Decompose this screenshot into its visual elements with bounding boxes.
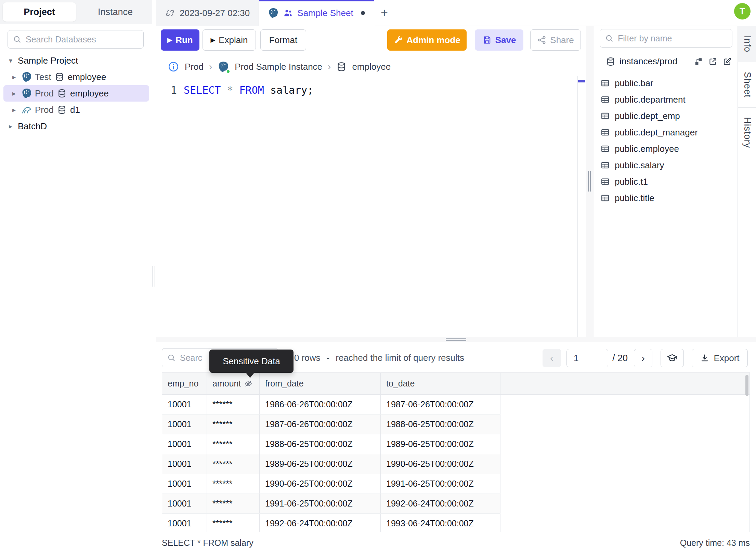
- cell-from-date[interactable]: 1986-06-26T00:00:00Z: [260, 395, 381, 414]
- cell-amount-masked[interactable]: ******: [207, 434, 260, 454]
- schema-table-item[interactable]: public.bar: [594, 75, 738, 91]
- request-data-button[interactable]: [661, 349, 684, 367]
- tree-item-sample-project[interactable]: ▾ Sample Project: [0, 52, 152, 69]
- new-sheet-button[interactable]: +: [374, 0, 395, 26]
- cell-amount-masked[interactable]: ******: [207, 395, 260, 414]
- cell-emp-no[interactable]: 10001: [162, 514, 207, 532]
- next-page-button[interactable]: ›: [634, 349, 652, 367]
- tab-info[interactable]: Info: [738, 26, 756, 62]
- table-row[interactable]: 10001 ****** 1988-06-25T00:00:00Z 1989-0…: [162, 434, 500, 454]
- table-icon: [600, 144, 610, 154]
- cell-from-date[interactable]: 1988-06-25T00:00:00Z: [260, 434, 381, 454]
- sidebar-splitter[interactable]: [152, 0, 156, 552]
- table-row[interactable]: 10001 ****** 1990-06-25T00:00:00Z 1991-0…: [162, 474, 500, 494]
- cell-to-date[interactable]: 1991-06-25T00:00:00Z: [381, 474, 500, 494]
- page-number-input[interactable]: 1: [566, 349, 608, 367]
- cell-to-date[interactable]: 1989-06-25T00:00:00Z: [381, 434, 500, 454]
- avatar[interactable]: T: [734, 3, 751, 19]
- caret-right-icon[interactable]: ▸: [10, 89, 18, 97]
- cell-emp-no[interactable]: 10001: [162, 415, 207, 434]
- cell-emp-no[interactable]: 10001: [162, 434, 207, 454]
- schema-table-item[interactable]: public.dept_manager: [594, 124, 738, 141]
- rows-count: 0 rows: [294, 353, 321, 363]
- eye-off-icon[interactable]: [244, 380, 252, 388]
- caret-right-icon[interactable]: ▸: [10, 106, 18, 114]
- run-button[interactable]: ▶ Run: [161, 29, 199, 51]
- results-splitter[interactable]: [156, 337, 756, 342]
- cell-to-date[interactable]: 1988-06-25T00:00:00Z: [381, 415, 500, 434]
- cell-emp-no[interactable]: 10001: [162, 395, 207, 414]
- format-button[interactable]: Format: [260, 29, 306, 51]
- breadcrumb-environment[interactable]: Prod: [185, 62, 204, 72]
- instance-path-row: instances/prod: [594, 52, 738, 71]
- grid-scrollbar-thumb[interactable]: [745, 375, 748, 396]
- table-filter[interactable]: [600, 29, 732, 48]
- export-button[interactable]: Export: [692, 349, 748, 367]
- editor-overview-ruler[interactable]: [577, 76, 586, 337]
- tab-history[interactable]: History: [738, 108, 756, 158]
- edit-icon[interactable]: [723, 57, 732, 66]
- cell-amount-masked[interactable]: ******: [207, 454, 260, 474]
- cell-from-date[interactable]: 1987-06-26T00:00:00Z: [260, 415, 381, 434]
- prev-page-button[interactable]: ‹: [543, 349, 561, 367]
- right-panel-splitter[interactable]: [586, 26, 594, 337]
- schema-diagram-icon[interactable]: [694, 57, 703, 66]
- cell-from-date[interactable]: 1992-06-24T00:00:00Z: [260, 514, 381, 532]
- cell-amount-masked[interactable]: ******: [207, 415, 260, 434]
- table-row[interactable]: 10001 ****** 1987-06-26T00:00:00Z 1988-0…: [162, 415, 500, 434]
- table-row[interactable]: 10001 ****** 1986-06-26T00:00:00Z 1987-0…: [162, 395, 500, 415]
- sheet-tab-unsaved[interactable]: 2023-09-27 02:30: [156, 0, 259, 26]
- database-search[interactable]: [8, 30, 144, 49]
- admin-mode-button[interactable]: Admin mode: [387, 29, 467, 51]
- cell-emp-no[interactable]: 10001: [162, 494, 207, 513]
- schema-table-item[interactable]: public.dept_emp: [594, 108, 738, 124]
- breadcrumb-instance[interactable]: Prod Sample Instance: [235, 62, 322, 72]
- caret-right-icon[interactable]: ▸: [6, 122, 15, 130]
- schema-table-item[interactable]: public.title: [594, 190, 738, 206]
- explain-button[interactable]: ▶ Explain: [203, 29, 256, 51]
- schema-table-item[interactable]: public.department: [594, 91, 738, 108]
- tab-sheet[interactable]: Sheet: [738, 62, 756, 108]
- save-button[interactable]: Save: [475, 29, 523, 51]
- export-label: Export: [714, 353, 739, 364]
- cell-to-date[interactable]: 1992-06-24T00:00:00Z: [381, 494, 500, 513]
- tree-item-prod-employee[interactable]: ▸ Prod employee: [0, 85, 152, 102]
- tree-item-batchd[interactable]: ▸ BatchD: [0, 118, 152, 134]
- cell-to-date[interactable]: 1987-06-26T00:00:00Z: [381, 395, 500, 414]
- cell-from-date[interactable]: 1991-06-25T00:00:00Z: [260, 494, 381, 513]
- external-link-icon[interactable]: [708, 57, 717, 66]
- table-row[interactable]: 10001 ****** 1989-06-25T00:00:00Z 1990-0…: [162, 454, 500, 474]
- caret-right-icon[interactable]: ▸: [10, 73, 18, 81]
- tree-item-test-employee[interactable]: ▸ Test employee: [0, 69, 152, 85]
- query-time: Query time: 43 ms: [680, 538, 750, 548]
- share-button[interactable]: Share: [530, 29, 581, 51]
- table-row[interactable]: 10001 ****** 1992-06-24T00:00:00Z 1993-0…: [162, 514, 500, 532]
- cell-to-date[interactable]: 1993-06-24T00:00:00Z: [381, 514, 500, 532]
- tab-instance[interactable]: Instance: [79, 2, 152, 22]
- breadcrumb-database[interactable]: employee: [352, 62, 391, 72]
- cell-amount-masked[interactable]: ******: [207, 514, 260, 532]
- column-header[interactable]: to_date: [381, 373, 500, 394]
- schema-table-item[interactable]: public.t1: [594, 173, 738, 190]
- table-filter-input[interactable]: [618, 34, 727, 43]
- sql-editor[interactable]: 1 SELECT * FROM salary;: [156, 81, 313, 98]
- cell-emp-no[interactable]: 10001: [162, 474, 207, 494]
- rows-dash: -: [327, 353, 330, 363]
- column-header[interactable]: emp_no: [162, 373, 207, 394]
- sheet-tab-sample-sheet[interactable]: Sample Sheet: [259, 0, 374, 26]
- info-icon[interactable]: [168, 61, 179, 73]
- database-search-input[interactable]: [26, 35, 139, 44]
- tab-project[interactable]: Project: [3, 2, 76, 22]
- cell-to-date[interactable]: 1990-06-25T00:00:00Z: [381, 454, 500, 474]
- cell-from-date[interactable]: 1989-06-25T00:00:00Z: [260, 454, 381, 474]
- caret-down-icon[interactable]: ▾: [6, 56, 15, 65]
- schema-table-item[interactable]: public.salary: [594, 157, 738, 173]
- cell-from-date[interactable]: 1990-06-25T00:00:00Z: [260, 474, 381, 494]
- cell-amount-masked[interactable]: ******: [207, 494, 260, 513]
- table-row[interactable]: 10001 ****** 1991-06-25T00:00:00Z 1992-0…: [162, 494, 500, 514]
- cell-amount-masked[interactable]: ******: [207, 474, 260, 494]
- tree-item-prod-d1[interactable]: ▸ Prod d1: [0, 102, 152, 118]
- cell-emp-no[interactable]: 10001: [162, 454, 207, 474]
- column-header[interactable]: from_date: [260, 373, 381, 394]
- schema-table-item[interactable]: public.employee: [594, 141, 738, 157]
